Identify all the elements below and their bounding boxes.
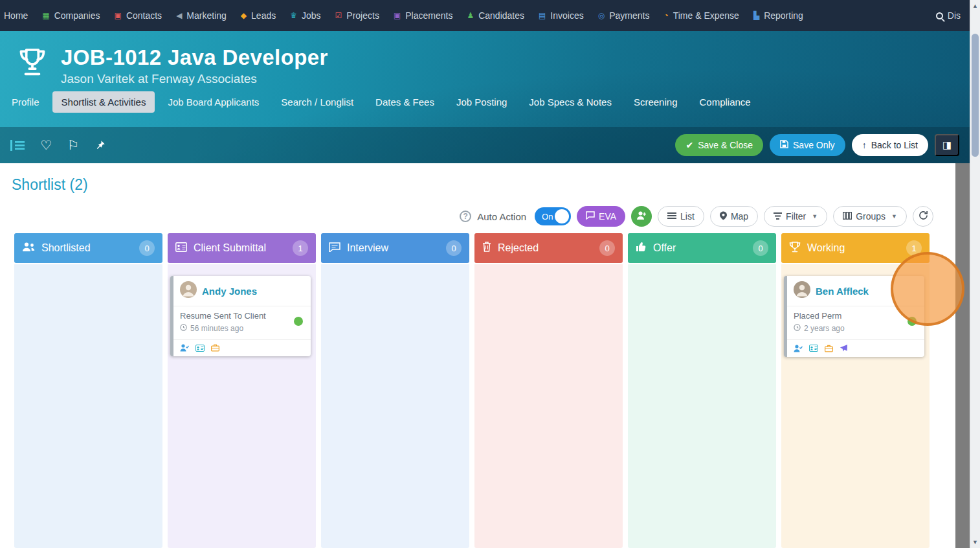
- candidate-check-icon[interactable]: [180, 344, 189, 352]
- tab-screening[interactable]: Screening: [625, 91, 687, 113]
- tab-job-specs-notes[interactable]: Job Specs & Notes: [520, 91, 621, 113]
- nav-item-reporting[interactable]: ▙Reporting: [753, 10, 803, 21]
- column-body-rejected: [474, 264, 623, 548]
- filter-button[interactable]: Filter ▼: [764, 206, 827, 227]
- panel-layout-button[interactable]: ◨: [935, 134, 959, 156]
- page-gutter: [955, 163, 970, 548]
- tab-profile[interactable]: Profile: [3, 91, 49, 113]
- nav-label: Companies: [54, 10, 100, 21]
- auto-action-toggle[interactable]: On: [535, 207, 571, 225]
- favorite-heart-icon[interactable]: ♡: [40, 139, 52, 152]
- groups-label: Groups: [856, 211, 885, 222]
- column-offer: Offer 0: [628, 233, 776, 548]
- nav-label: Reporting: [764, 10, 803, 21]
- save-only-button[interactable]: Save Only: [770, 134, 845, 156]
- candidate-name[interactable]: Andy Jones: [202, 286, 257, 297]
- trash-icon: [482, 242, 491, 255]
- top-nav: Home ▦Companies ▣Contacts ◀Marketing ◆Le…: [0, 0, 970, 31]
- nav-item-time-expense[interactable]: ◔Time & Expense: [663, 10, 739, 21]
- tab-job-board-applicants[interactable]: Job Board Applicants: [159, 91, 268, 113]
- save-close-button[interactable]: ✔ Save & Close: [675, 134, 763, 156]
- add-candidate-button[interactable]: [631, 206, 652, 227]
- person-plus-icon: [636, 211, 647, 222]
- scrollbar-thumb[interactable]: [972, 34, 979, 157]
- candidate-card-ben-affleck[interactable]: Ben Affleck Placed Perm 2 years ago: [784, 276, 924, 357]
- tab-search-longlist[interactable]: Search / Longlist: [272, 91, 362, 113]
- tab-bar: Profile Shortlist & Activities Job Board…: [0, 86, 970, 113]
- nav-item-discussions[interactable]: Dis: [936, 10, 961, 21]
- pin-icon[interactable]: [95, 139, 106, 151]
- filter-label: Filter: [786, 211, 806, 222]
- column-body-shortlisted: [14, 264, 162, 548]
- nav-label: Payments: [609, 10, 649, 21]
- placements-icon: ▣: [394, 12, 401, 19]
- column-title: Offer: [653, 242, 676, 254]
- back-to-list-button[interactable]: ↑ Back to List: [852, 134, 928, 156]
- column-header-working: Working 1: [781, 233, 930, 263]
- nav-item-payments[interactable]: ◎Payments: [598, 10, 650, 21]
- help-icon[interactable]: ?: [460, 211, 471, 222]
- marketing-icon: ◀: [176, 12, 182, 19]
- job-trophy-icon: [14, 45, 50, 84]
- tab-shortlist-activities[interactable]: Shortlist & Activities: [52, 91, 155, 113]
- chevron-down-icon: ▼: [891, 213, 897, 220]
- tab-compliance[interactable]: Compliance: [690, 91, 759, 113]
- sidebar-toggle-icon[interactable]: [10, 140, 25, 151]
- nav-label: Projects: [346, 10, 379, 21]
- column-count-badge: 0: [599, 240, 615, 256]
- scrollbar[interactable]: ▲ ▼: [970, 0, 980, 548]
- column-body-working: Ben Affleck Placed Perm 2 years ago: [781, 264, 930, 548]
- nav-item-candidates[interactable]: ♟Candidates: [467, 10, 524, 21]
- nav-label: Invoices: [550, 10, 583, 21]
- nav-item-companies[interactable]: ▦Companies: [42, 10, 100, 21]
- tab-dates-fees[interactable]: Dates & Fees: [366, 91, 443, 113]
- candidate-name[interactable]: Ben Affleck: [816, 286, 869, 297]
- refresh-icon: [919, 211, 928, 222]
- candidates-icon: ♟: [467, 12, 474, 19]
- nav-item-jobs[interactable]: ♛Jobs: [290, 10, 320, 21]
- job-header: JOB-1012 Java Developer Jason Varitek at…: [0, 31, 970, 163]
- candidate-card-andy-jones[interactable]: Andy Jones Resume Sent To Client 56 minu…: [170, 276, 311, 356]
- flag-icon[interactable]: ⚐: [67, 139, 79, 152]
- map-view-button[interactable]: Map: [710, 206, 758, 227]
- column-rejected: Rejected 0: [474, 233, 623, 548]
- candidate-time: 2 years ago: [804, 324, 845, 333]
- nav-label: Time & Expense: [673, 10, 739, 21]
- chat-icon: [329, 242, 340, 255]
- nav-item-projects[interactable]: ☑Projects: [335, 10, 379, 21]
- columns-icon: [843, 211, 852, 222]
- column-header-offer: Offer 0: [628, 233, 776, 263]
- jobs-trophy-icon: ♛: [290, 12, 297, 19]
- clock-icon: [794, 324, 801, 333]
- send-icon[interactable]: [840, 344, 848, 352]
- filter-icon: [774, 211, 782, 222]
- list-view-button[interactable]: List: [658, 206, 704, 227]
- briefcase-icon[interactable]: [825, 345, 833, 352]
- tab-job-posting[interactable]: Job Posting: [447, 91, 516, 113]
- scroll-up-arrow[interactable]: ▲: [970, 1, 980, 10]
- briefcase-icon[interactable]: [211, 344, 219, 352]
- eva-button[interactable]: EVA: [577, 206, 625, 227]
- leads-icon: ◆: [241, 12, 247, 19]
- column-count-badge: 0: [753, 240, 768, 256]
- id-card-icon[interactable]: [809, 345, 818, 352]
- nav-item-leads[interactable]: ◆Leads: [241, 10, 276, 21]
- thumbs-up-icon: [636, 242, 647, 255]
- nav-item-marketing[interactable]: ◀Marketing: [176, 10, 227, 21]
- avatar: [794, 281, 810, 301]
- nav-label: Contacts: [126, 10, 162, 21]
- groups-button[interactable]: Groups ▼: [833, 206, 907, 227]
- nav-label: Home: [4, 10, 28, 21]
- nav-item-contacts[interactable]: ▣Contacts: [115, 10, 162, 21]
- avatar: [180, 281, 197, 301]
- nav-item-placements[interactable]: ▣Placements: [394, 10, 453, 21]
- scroll-down-arrow[interactable]: ▼: [970, 538, 980, 547]
- id-card-icon[interactable]: [195, 345, 205, 352]
- contacts-icon: ▣: [115, 12, 122, 19]
- nav-item-home[interactable]: Home: [4, 10, 28, 21]
- nav-item-invoices[interactable]: ▤Invoices: [539, 10, 584, 21]
- up-arrow-icon: ↑: [862, 140, 867, 150]
- candidate-check-icon[interactable]: [794, 345, 803, 352]
- candidate-stage-status: Placed Perm: [794, 311, 918, 321]
- refresh-button[interactable]: [913, 206, 933, 227]
